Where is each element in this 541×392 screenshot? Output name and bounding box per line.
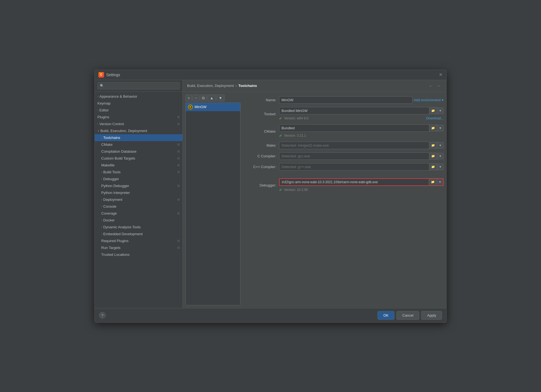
ok-button[interactable]: OK xyxy=(378,311,394,320)
chevron-icon: › xyxy=(101,198,102,201)
sidebar-item-custom-build[interactable]: Custom Build Targets ⊞ xyxy=(95,155,182,162)
sidebar-item-embedded-dev[interactable]: › Embedded Development xyxy=(95,231,182,237)
sidebar-item-label: Console xyxy=(103,204,180,209)
sidebar-item-build-tools[interactable]: › Build Tools ⊞ xyxy=(95,169,182,176)
settings-icon: ⊞ xyxy=(177,239,180,243)
cmake-version-row: ✔ Version: 3.21.1 xyxy=(279,133,444,138)
debugger-field-group: 📁 ▼ ✔ Version: 10.2.90 xyxy=(279,178,444,193)
toolset-dropdown-button[interactable]: ▼ xyxy=(437,108,444,114)
breadcrumb-current: Toolchains xyxy=(238,84,257,88)
breadcrumb: Build, Execution, Deployment › Toolchain… xyxy=(187,84,257,88)
make-select-row: 📁 ▼ xyxy=(279,142,444,149)
add-toolchain-button[interactable]: + xyxy=(185,95,192,102)
sidebar-item-python-debugger[interactable]: Python Debugger ⊞ xyxy=(95,182,182,189)
toolchain-entry-mingw[interactable]: G MinGW xyxy=(186,103,240,111)
toolset-input[interactable] xyxy=(279,107,429,114)
debugger-folder-button[interactable]: 📁 xyxy=(429,179,437,185)
name-input-row: Add environment ▾ xyxy=(279,96,444,104)
sidebar-item-run-targets[interactable]: Run Targets ⊞ xyxy=(95,244,182,251)
move-up-button[interactable]: ▲ xyxy=(207,95,216,102)
sidebar-item-python-interpreter[interactable]: Python Interpreter xyxy=(95,189,182,196)
toolbar-row: + − ⧉ ▲ ▼ xyxy=(185,95,241,102)
debugger-dropdown-button[interactable]: ▼ xyxy=(437,179,443,185)
cmake-folder-button[interactable]: 📁 xyxy=(429,125,437,131)
help-button[interactable]: ? xyxy=(99,312,106,319)
settings-icon: ⊞ xyxy=(177,198,180,201)
sidebar-item-label: Custom Build Targets xyxy=(101,156,177,160)
sidebar-item-label: Python Interpreter xyxy=(101,191,180,195)
sidebar-item-label: Appearance & Behavior xyxy=(99,94,180,98)
sidebar-item-compilation-db[interactable]: Compilation Database ⊞ xyxy=(95,148,182,155)
move-down-button[interactable]: ▼ xyxy=(216,95,225,102)
make-input[interactable] xyxy=(279,142,429,149)
c-compiler-input[interactable] xyxy=(279,152,429,160)
sidebar-item-label: Embedded Development xyxy=(103,232,180,236)
chevron-icon: › xyxy=(101,136,102,139)
sidebar-item-label: Trusted Locations xyxy=(101,253,180,257)
sidebar-item-label: Required Plugins xyxy=(101,239,177,243)
search-box xyxy=(95,80,182,92)
settings-icon: ⊞ xyxy=(177,184,180,188)
nav-forward-button[interactable]: → xyxy=(435,83,442,89)
cpp-compiler-input[interactable] xyxy=(279,163,429,171)
debugger-label: Debugger: xyxy=(243,183,276,187)
sidebar-item-label: Editor xyxy=(99,108,180,112)
debugger-version-check: ✔ xyxy=(279,188,282,192)
sidebar-item-build-execution[interactable]: ∨ Build, Execution, Deployment xyxy=(95,127,182,134)
sidebar-item-appearance[interactable]: › Appearance & Behavior xyxy=(95,93,182,100)
sidebar-item-keymap[interactable]: Keymap xyxy=(95,100,182,107)
sidebar-item-coverage[interactable]: Coverage ⊞ xyxy=(95,210,182,217)
sidebar-item-console[interactable]: › Console xyxy=(95,203,182,210)
toolset-field-group: 📁 ▼ ✔ Version: w64 9.0 Download... xyxy=(279,107,444,121)
cpp-compiler-folder-button[interactable]: 📁 xyxy=(429,163,437,170)
search-input[interactable] xyxy=(97,82,180,89)
breadcrumb-separator: › xyxy=(236,84,237,88)
close-button[interactable]: ✕ xyxy=(439,72,442,77)
nav-back-button[interactable]: ← xyxy=(428,83,434,89)
sidebar-item-deployment[interactable]: › Deployment ⊞ xyxy=(95,196,182,203)
c-compiler-folder-button[interactable]: 📁 xyxy=(429,153,437,160)
cpp-compiler-dropdown-button[interactable]: ▼ xyxy=(437,164,444,170)
sidebar-item-plugins[interactable]: Plugins ⊞ xyxy=(95,114,182,120)
sidebar-item-label: Python Debugger xyxy=(101,184,177,188)
chevron-icon: › xyxy=(101,232,102,235)
sidebar-item-required-plugins[interactable]: Required Plugins ⊞ xyxy=(95,237,182,244)
sidebar-item-toolchains[interactable]: › Toolchains xyxy=(95,134,182,141)
cmake-dropdown-button[interactable]: ▼ xyxy=(437,125,444,131)
cpp-compiler-row: C++ Compiler: 📁 ▼ xyxy=(243,161,444,172)
toolset-folder-button[interactable]: 📁 xyxy=(429,107,437,114)
cmake-input[interactable] xyxy=(279,124,429,132)
copy-toolchain-button[interactable]: ⧉ xyxy=(200,95,207,102)
apply-button[interactable]: Apply xyxy=(421,311,442,320)
add-environment-button[interactable]: Add environment ▾ xyxy=(414,98,444,102)
sidebar-item-label: Toolchains xyxy=(103,136,180,140)
sidebar: › Appearance & Behavior Keymap › Editor … xyxy=(95,80,183,308)
debugger-input[interactable] xyxy=(280,179,429,185)
make-folder-button[interactable]: 📁 xyxy=(429,142,437,149)
c-compiler-dropdown-button[interactable]: ▼ xyxy=(437,153,444,159)
sidebar-item-editor[interactable]: › Editor xyxy=(95,107,182,114)
sidebar-item-version-control[interactable]: › Version Control ⊞ xyxy=(95,120,182,127)
settings-icon: ⊞ xyxy=(177,122,180,126)
cmake-label: CMake: xyxy=(243,129,276,133)
sidebar-item-label: Build, Execution, Deployment xyxy=(100,129,180,133)
chevron-icon: › xyxy=(101,219,102,222)
settings-dialog: C Settings ✕ › Appearance & Behavior Key… xyxy=(94,70,447,323)
debugger-version-text: Version: 10.2.90 xyxy=(284,188,308,192)
sidebar-item-debugger[interactable]: › Debugger xyxy=(95,176,182,182)
sidebar-item-trusted-locations[interactable]: Trusted Locations xyxy=(95,251,182,258)
cancel-button[interactable]: Cancel xyxy=(397,311,419,320)
download-link[interactable]: Download... xyxy=(426,116,444,120)
chevron-icon: › xyxy=(101,171,102,174)
titlebar: C Settings ✕ xyxy=(95,70,446,80)
sidebar-item-docker[interactable]: › Docker xyxy=(95,217,182,224)
make-dropdown-button[interactable]: ▼ xyxy=(437,142,444,149)
toolchain-label: MinGW xyxy=(195,105,206,109)
settings-icon: ⊞ xyxy=(177,143,180,146)
sidebar-item-cmake[interactable]: CMake ⊞ xyxy=(95,141,182,148)
name-input[interactable] xyxy=(279,96,412,104)
settings-icon: ⊞ xyxy=(177,115,180,119)
sidebar-item-dynamic-analysis[interactable]: › Dynamic Analysis Tools xyxy=(95,224,182,231)
remove-toolchain-button[interactable]: − xyxy=(193,95,199,102)
sidebar-item-makefile[interactable]: Makefile ⊞ xyxy=(95,162,182,169)
